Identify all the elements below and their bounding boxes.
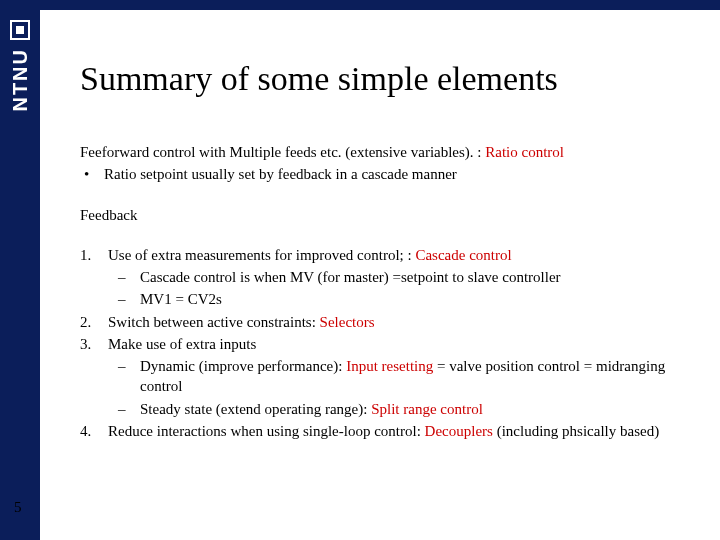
item-text-post: (including phsically based) <box>493 423 659 439</box>
list-body: Switch between active constraints: Selec… <box>108 312 680 332</box>
bullet-marker-icon: • <box>80 164 104 184</box>
brand-name: NTNU <box>9 48 32 112</box>
dash-icon: – <box>118 267 140 287</box>
top-bar <box>0 0 720 10</box>
list-item: 2. Switch between active constraints: Se… <box>80 312 680 332</box>
page-number: 5 <box>14 499 22 516</box>
item-text-pre: Switch between active constraints: <box>108 314 320 330</box>
dash-icon: – <box>118 399 140 419</box>
sub-text: MV1 = CV2s <box>140 289 680 309</box>
dash-icon: – <box>118 356 140 376</box>
list-marker: 4. <box>80 421 108 441</box>
page-title: Summary of some simple elements <box>80 60 680 98</box>
sub-item: – Dynamic (improve performance): Input r… <box>108 356 680 397</box>
item-text-red: Selectors <box>320 314 375 330</box>
list-item: 3. Make use of extra inputs <box>80 334 680 354</box>
body-text: Feeforward control with Multiple feeds e… <box>80 142 680 441</box>
list-body: Make use of extra inputs <box>108 334 680 354</box>
slide-content: Summary of some simple elements Feeforwa… <box>40 10 720 540</box>
list-item: 1. Use of extra measurements for improve… <box>80 245 680 265</box>
sub-item: – Steady state (extend operating range):… <box>108 399 680 419</box>
sub-pre: Dynamic (improve performance): <box>140 358 346 374</box>
feedforward-bullet: • Ratio setpoint usually set by feedback… <box>80 164 680 184</box>
sidebar: NTNU <box>0 0 40 540</box>
feedback-heading: Feedback <box>80 205 680 225</box>
sub-red: Input resetting <box>346 358 433 374</box>
sub-text: Cascade control is when MV (for master) … <box>140 267 680 287</box>
list-body: Reduce interactions when using single-lo… <box>108 421 680 441</box>
item-text-red: Decouplers <box>425 423 493 439</box>
item-text-pre: Reduce interactions when using single-lo… <box>108 423 425 439</box>
brand-block: NTNU <box>9 20 32 112</box>
sub-text: Steady state (extend operating range): S… <box>140 399 680 419</box>
sub-pre: Steady state (extend operating range): <box>140 401 371 417</box>
ntnu-logo-dot-icon <box>16 26 24 34</box>
feedforward-heading-red: Ratio control <box>485 144 564 160</box>
ntnu-logo-icon <box>10 20 30 40</box>
feedforward-bullet-text: Ratio setpoint usually set by feedback i… <box>104 164 680 184</box>
list-item: 4. Reduce interactions when using single… <box>80 421 680 441</box>
feedforward-heading: Feeforward control with Multiple feeds e… <box>80 142 680 162</box>
item-text-pre: Use of extra measurements for improved c… <box>108 247 415 263</box>
item-text-pre: Make use of extra inputs <box>108 336 256 352</box>
sub-text: Dynamic (improve performance): Input res… <box>140 356 680 397</box>
item-text-red: Cascade control <box>415 247 511 263</box>
sub-item: – MV1 = CV2s <box>108 289 680 309</box>
dash-icon: – <box>118 289 140 309</box>
list-marker: 1. <box>80 245 108 265</box>
list-marker: 3. <box>80 334 108 354</box>
list-body: Use of extra measurements for improved c… <box>108 245 680 265</box>
sub-red: Split range control <box>371 401 483 417</box>
feedforward-heading-pre: Feeforward control with Multiple feeds e… <box>80 144 485 160</box>
sub-item: – Cascade control is when MV (for master… <box>108 267 680 287</box>
list-marker: 2. <box>80 312 108 332</box>
